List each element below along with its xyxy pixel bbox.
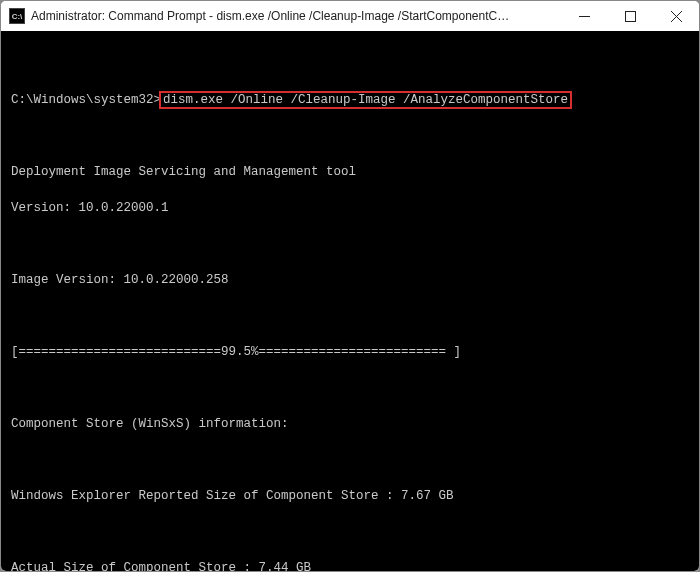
maximize-button[interactable] bbox=[607, 1, 653, 31]
window-title: Administrator: Command Prompt - dism.exe… bbox=[31, 9, 511, 23]
titlebar[interactable]: C:\ Administrator: Command Prompt - dism… bbox=[1, 1, 699, 31]
blank-line bbox=[11, 127, 689, 145]
blank-line bbox=[11, 523, 689, 541]
prompt-path: C:\Windows\system32> bbox=[11, 93, 161, 107]
blank-line bbox=[11, 235, 689, 253]
progress-bar: [===========================99.5%=======… bbox=[11, 343, 689, 361]
minimize-icon bbox=[579, 11, 590, 22]
image-version: Image Version: 10.0.22000.258 bbox=[11, 271, 689, 289]
prompt-line: C:\Windows\system32>dism.exe /Online /Cl… bbox=[11, 91, 689, 109]
blank-line bbox=[11, 55, 689, 73]
command-highlight-1: dism.exe /Online /Cleanup-Image /Analyze… bbox=[161, 93, 570, 107]
command-prompt-icon: C:\ bbox=[9, 8, 25, 24]
command-prompt-window: C:\ Administrator: Command Prompt - dism… bbox=[0, 0, 700, 572]
blank-line bbox=[11, 307, 689, 325]
tool-version: Version: 10.0.22000.1 bbox=[11, 199, 689, 217]
minimize-button[interactable] bbox=[561, 1, 607, 31]
info-header: Component Store (WinSxS) information: bbox=[11, 415, 689, 433]
blank-line bbox=[11, 451, 689, 469]
svg-rect-1 bbox=[625, 11, 635, 21]
tool-banner: Deployment Image Servicing and Managemen… bbox=[11, 163, 689, 181]
terminal-output[interactable]: C:\Windows\system32>dism.exe /Online /Cl… bbox=[1, 31, 699, 571]
close-icon bbox=[671, 11, 682, 22]
reported-size: Windows Explorer Reported Size of Compon… bbox=[11, 487, 689, 505]
blank-line bbox=[11, 379, 689, 397]
actual-size: Actual Size of Component Store : 7.44 GB bbox=[11, 559, 689, 571]
close-button[interactable] bbox=[653, 1, 699, 31]
maximize-icon bbox=[625, 11, 636, 22]
